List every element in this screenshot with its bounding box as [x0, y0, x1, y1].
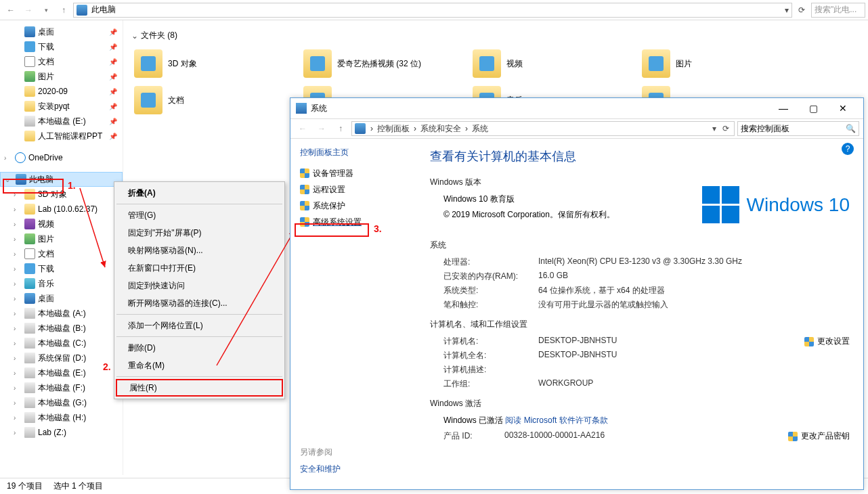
security-maintenance-link[interactable]: 安全和维护	[300, 464, 407, 475]
help-icon[interactable]: ?	[842, 143, 854, 155]
context-menu-item[interactable]: 折叠(A)	[116, 184, 283, 202]
sys-forward-button[interactable]: →	[313, 120, 330, 137]
pc-icon	[77, 5, 87, 16]
context-menu-item[interactable]: 固定到快速访问	[116, 277, 283, 294]
system-protection-link[interactable]: 系统保护	[300, 198, 407, 214]
context-menu-item[interactable]: 固定到"开始"屏幕(P)	[116, 224, 283, 242]
sys-up-button[interactable]: ↑	[332, 120, 349, 137]
address-field[interactable]: 此电脑 ▾	[73, 3, 792, 18]
system-title-bar: 系统 — ▢ ✕	[290, 98, 863, 118]
annotation-1: 1.	[68, 180, 76, 191]
change-settings-link[interactable]: 更改设置	[804, 336, 850, 347]
control-panel-home[interactable]: 控制面板主页	[300, 147, 407, 158]
up-button[interactable]: ↑	[56, 2, 72, 18]
system-icon	[296, 103, 307, 114]
context-menu-item[interactable]: 删除(D)	[116, 339, 283, 357]
tree-item[interactable]: ›Lab (10.0.62.37)	[0, 202, 123, 217]
tree-item[interactable]: 安装pyqt📌	[0, 99, 123, 114]
tree-item[interactable]: 桌面📌	[0, 24, 123, 39]
folder-item[interactable]: 文档	[131, 82, 301, 118]
context-menu-item[interactable]: 重命名(M)	[116, 357, 283, 374]
context-menu-item[interactable]: 映射网络驱动器(N)...	[116, 242, 283, 259]
explorer-address-bar: ← → ▾ ↑ 此电脑 ▾ ⟳ 搜索"此电...	[0, 0, 868, 20]
shield-icon	[300, 185, 309, 194]
folder-item[interactable]: 3D 对象	[131, 45, 301, 82]
tree-onedrive[interactable]: ›OneDrive	[0, 150, 123, 165]
activation-header: Windows 激活	[430, 398, 850, 409]
context-menu-item[interactable]: 管理(G)	[116, 206, 283, 224]
context-menu: 折叠(A)管理(G)固定到"开始"屏幕(P)映射网络驱动器(N)...在新窗口中…	[114, 181, 285, 399]
tree-item[interactable]: ›Lab (Z:)	[0, 425, 123, 440]
annotation-box-3	[295, 223, 369, 237]
tree-item[interactable]: ›文档	[0, 246, 123, 261]
system-header: 系统	[430, 240, 850, 251]
license-terms-link[interactable]: 阅读 Microsoft 软件许可条款	[505, 416, 607, 425]
folder-item[interactable]: 图片	[639, 45, 808, 82]
minimize-button[interactable]: —	[768, 99, 798, 118]
tree-item[interactable]: ›音乐	[0, 276, 123, 291]
pc-icon	[355, 123, 366, 134]
context-menu-item[interactable]: 属性(R)	[116, 379, 283, 397]
tree-item[interactable]: ›视频	[0, 217, 123, 231]
tree-item[interactable]: 本地磁盘 (E:)📌	[0, 114, 123, 129]
shield-icon	[300, 169, 309, 178]
tree-item[interactable]: ›本地磁盘 (B:)	[0, 321, 123, 336]
sys-back-button[interactable]: ←	[295, 120, 311, 137]
context-menu-item[interactable]: 添加一个网络位置(L)	[116, 317, 283, 334]
context-menu-item[interactable]: 断开网络驱动器的连接(C)...	[116, 294, 283, 312]
tree-item[interactable]: ›本地磁盘 (G:)	[0, 395, 123, 410]
tree-item[interactable]: 2020-09📌	[0, 84, 123, 99]
system-address-bar: ← → ↑ ›控制面板 ›系统和安全 ›系统 ▾⟳ 搜索控制面板🔍	[290, 118, 863, 139]
system-content: ? 查看有关计算机的基本信息 Windows 版本 Windows 10 教育版…	[416, 139, 863, 489]
tree-item[interactable]: ›桌面	[0, 291, 123, 306]
annotation-2: 2.	[103, 361, 111, 372]
page-title: 查看有关计算机的基本信息	[430, 148, 850, 164]
annotation-box-1	[3, 179, 64, 194]
nav-tree: 桌面📌下载📌文档📌图片📌2020-09📌安装pyqt📌本地磁盘 (E:)📌人工智…	[0, 20, 123, 475]
sys-breadcrumb[interactable]: ›控制面板 ›系统和安全 ›系统 ▾⟳	[351, 121, 735, 136]
dropdown-icon[interactable]: ▾	[785, 5, 789, 15]
tree-item[interactable]: ›本地磁盘 (F:)	[0, 380, 123, 395]
search-input[interactable]: 搜索"此电...	[811, 3, 865, 18]
folders-header[interactable]: ⌄文件夹 (8)	[131, 30, 860, 41]
shield-icon	[788, 432, 798, 441]
shield-icon	[804, 337, 814, 346]
refresh-button[interactable]: ⟳	[794, 5, 810, 15]
close-button[interactable]: ✕	[828, 99, 858, 118]
tree-item[interactable]: ›本地磁盘 (A:)	[0, 306, 123, 321]
tree-item[interactable]: ›下载	[0, 261, 123, 276]
tree-item[interactable]: ›图片	[0, 231, 123, 246]
annotation-3: 3.	[374, 223, 382, 234]
context-menu-item[interactable]: 在新窗口中打开(E)	[116, 259, 283, 277]
sys-search-input[interactable]: 搜索控制面板🔍	[737, 121, 859, 136]
tree-item[interactable]: 下载📌	[0, 39, 123, 54]
windows-logo: Windows 10	[702, 186, 850, 223]
address-text: 此电脑	[91, 4, 116, 16]
see-also-label: 另请参阅	[300, 447, 407, 458]
back-button[interactable]: ←	[3, 2, 19, 18]
remote-settings-link[interactable]: 远程设置	[300, 181, 407, 198]
system-sidebar: 控制面板主页 设备管理器 远程设置 系统保护 高级系统设置 另请参阅 安全和维护	[290, 139, 416, 489]
tree-item[interactable]: ›本地磁盘 (H:)	[0, 410, 123, 425]
device-manager-link[interactable]: 设备管理器	[300, 165, 407, 181]
system-window: 系统 — ▢ ✕ ← → ↑ ›控制面板 ›系统和安全 ›系统 ▾⟳ 搜索控制面…	[290, 97, 864, 490]
shield-icon	[300, 201, 309, 210]
computer-name-header: 计算机名、域和工作组设置	[430, 319, 850, 330]
folder-item[interactable]: 视频	[470, 45, 639, 82]
folder-item[interactable]: 爱奇艺热播视频 (32 位)	[301, 45, 470, 82]
tree-item[interactable]: ›本地磁盘 (C:)	[0, 336, 123, 351]
recent-button[interactable]: ▾	[38, 2, 54, 18]
tree-item[interactable]: 人工智能课程PPT📌	[0, 129, 123, 143]
tree-item[interactable]: 文档📌	[0, 54, 123, 69]
forward-button[interactable]: →	[20, 2, 37, 18]
change-product-key-link[interactable]: 更改产品密钥	[788, 430, 850, 442]
maximize-button[interactable]: ▢	[798, 99, 828, 118]
tree-item[interactable]: 图片📌	[0, 69, 123, 84]
